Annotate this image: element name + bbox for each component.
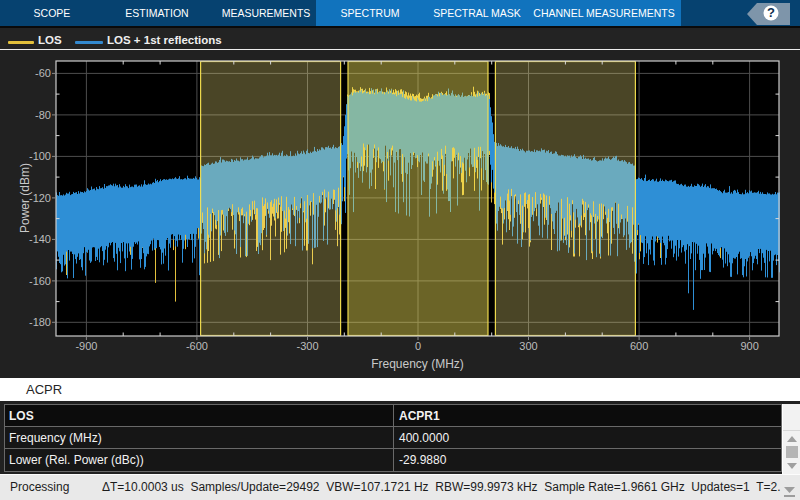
svg-text:?: ? xyxy=(767,5,775,20)
svg-text:-160: -160 xyxy=(29,275,51,287)
svg-text:-140: -140 xyxy=(29,233,51,245)
svg-text:-900: -900 xyxy=(75,340,97,352)
svg-text:-100: -100 xyxy=(29,150,51,162)
svg-text:-600: -600 xyxy=(186,340,208,352)
svg-text:Power (dBm): Power (dBm) xyxy=(18,163,32,233)
svg-text:600: 600 xyxy=(630,340,648,352)
svg-text:0: 0 xyxy=(415,340,421,352)
svg-text:300: 300 xyxy=(519,340,537,352)
svg-text:-120: -120 xyxy=(29,192,51,204)
svg-text:-80: -80 xyxy=(35,109,51,121)
svg-text:-300: -300 xyxy=(296,340,318,352)
svg-text:-60: -60 xyxy=(35,67,51,79)
svg-text:-180: -180 xyxy=(29,316,51,328)
svg-text:900: 900 xyxy=(740,340,758,352)
svg-text:Frequency (MHz): Frequency (MHz) xyxy=(371,357,464,371)
